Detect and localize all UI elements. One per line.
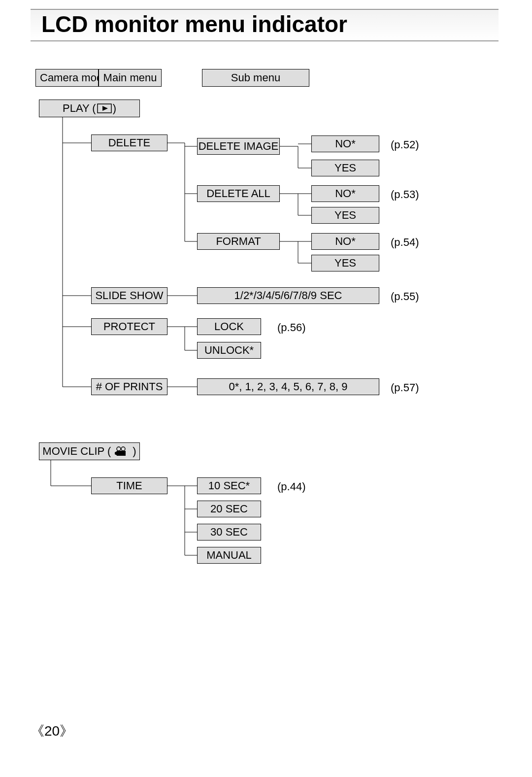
mode-play: PLAY ( ): [39, 100, 140, 117]
svg-marker-37: [102, 106, 108, 111]
svg-point-38: [117, 447, 121, 451]
option-time-30: 30 SEC: [197, 524, 261, 541]
movie-label: MOVIE CLIP (: [42, 445, 111, 458]
page-number-value: 20: [44, 723, 60, 739]
option-time-manual: MANUAL: [197, 547, 261, 564]
header-sub-menu: Sub menu: [202, 69, 309, 87]
menu-slide-show: SLIDE SHOW: [91, 287, 167, 304]
option-time-10: 10 SEC*: [197, 477, 261, 494]
movie-camera-icon: [115, 446, 129, 456]
movie-label-end: ): [133, 445, 136, 458]
option-format-yes: YES: [311, 255, 379, 271]
svg-rect-40: [117, 451, 126, 456]
option-delete-all-yes: YES: [311, 207, 379, 224]
submenu-slide-show-vals: 1/2*/3/4/5/6/7/8/9 SEC: [197, 287, 379, 304]
submenu-delete-all: DELETE ALL: [197, 185, 280, 202]
submenu-lock: LOCK: [197, 318, 261, 335]
menu-delete: DELETE: [91, 135, 167, 151]
option-delete-all-no: NO*: [311, 185, 379, 202]
play-label: PLAY (: [63, 102, 96, 115]
menu-time: TIME: [91, 477, 167, 494]
option-delete-image-yes: YES: [311, 160, 379, 176]
option-time-20: 20 SEC: [197, 501, 261, 517]
play-icon: [97, 103, 112, 113]
pageref-p44: (p.44): [277, 480, 305, 493]
pageref-p57: (p.57): [391, 381, 419, 394]
svg-marker-41: [115, 451, 117, 455]
page-number: 《20》: [31, 722, 73, 741]
option-format-no: NO*: [311, 233, 379, 250]
pageref-p52: (p.52): [391, 138, 419, 151]
pageref-p54: (p.54): [391, 236, 419, 249]
svg-point-39: [121, 447, 125, 451]
mode-movie-clip: MOVIE CLIP ( ): [39, 442, 140, 460]
submenu-prints-vals: 0*, 1, 2, 3, 4, 5, 6, 7, 8, 9: [197, 378, 379, 395]
pageref-p56: (p.56): [277, 321, 305, 334]
option-delete-image-no: NO*: [311, 135, 379, 152]
submenu-format: FORMAT: [197, 233, 280, 250]
menu-protect: PROTECT: [91, 318, 167, 335]
submenu-unlock: UNLOCK*: [197, 342, 261, 359]
menu-prints: # OF PRINTS: [91, 378, 167, 395]
header-main-menu: Main menu: [99, 69, 162, 87]
pageref-p55: (p.55): [391, 290, 419, 303]
play-label-end: ): [113, 102, 116, 115]
bracket-right-icon: 》: [60, 723, 73, 739]
pageref-p53: (p.53): [391, 188, 419, 201]
header-camera-mode: Camera mode: [35, 69, 99, 87]
bracket-left-icon: 《: [31, 723, 44, 739]
submenu-delete-image: DELETE IMAGE: [197, 138, 280, 155]
diagram-stage: Camera mode Main menu Sub menu PLAY ( ) …: [0, 0, 532, 777]
